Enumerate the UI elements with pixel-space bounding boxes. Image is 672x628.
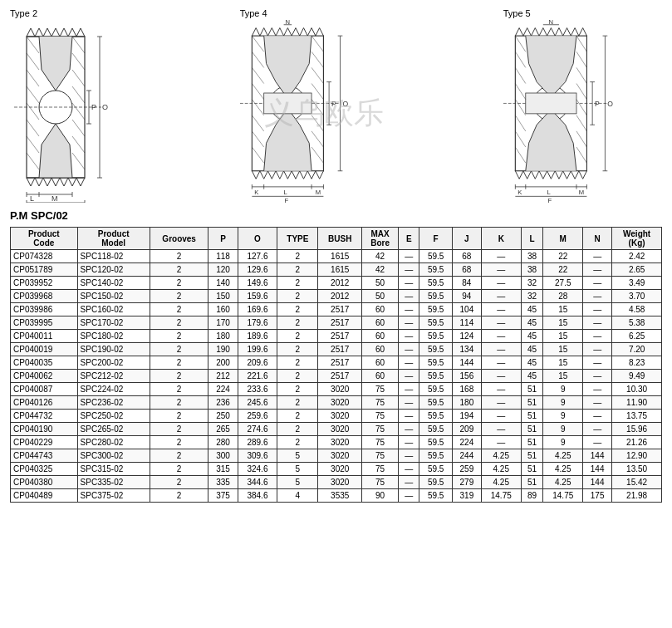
table-row: CP040325SPC315-022315324.65302075—59.525… — [11, 463, 662, 476]
table-cell: 15 — [543, 303, 583, 316]
svg-rect-43 — [263, 93, 311, 114]
svg-line-11 — [27, 153, 39, 169]
table-cell: 15 — [543, 356, 583, 370]
type5-label: Type 5 — [503, 8, 531, 18]
table-cell: 2 — [150, 396, 208, 410]
table-cell: 94 — [452, 290, 481, 303]
table-row: CP039995SPC170-022170179.62251760—59.511… — [11, 316, 662, 330]
table-cell: 4.25 — [543, 449, 583, 463]
table-cell: 3535 — [318, 489, 362, 503]
table-cell: 2012 — [318, 290, 362, 303]
table-cell: — — [583, 436, 612, 449]
svg-line-51 — [252, 147, 263, 163]
table-cell: 9 — [543, 383, 583, 396]
table-cell: — — [399, 410, 419, 423]
table-cell: 2 — [150, 370, 208, 383]
svg-line-50 — [252, 131, 263, 147]
svg-text:L: L — [547, 189, 550, 196]
table-cell: SPC236-02 — [77, 396, 150, 410]
table-cell: 15 — [543, 343, 583, 356]
svg-line-92 — [576, 36, 586, 52]
col-header-max-bore: MAXBore — [361, 228, 398, 250]
table-cell: 12.90 — [612, 449, 662, 463]
table-cell: 2 — [277, 277, 318, 290]
table-cell: 2 — [150, 250, 208, 263]
svg-line-15 — [72, 86, 85, 103]
col-header-n: N — [583, 228, 612, 250]
table-cell: 2517 — [318, 303, 362, 316]
table-cell: SPC224-02 — [77, 383, 150, 396]
table-cell: 289.6 — [238, 436, 277, 449]
table-cell: 15 — [543, 330, 583, 343]
svg-line-7 — [27, 86, 39, 103]
table-cell: 159.6 — [238, 290, 277, 303]
diagrams-row: Type 2 — [10, 8, 662, 203]
svg-line-94 — [576, 67, 586, 83]
table-cell: 244 — [452, 449, 481, 463]
svg-text:O: O — [342, 100, 348, 108]
table-cell: 51 — [521, 436, 543, 449]
table-cell: — — [583, 370, 612, 383]
table-cell: 118 — [208, 250, 238, 263]
table-cell: 2 — [150, 463, 208, 476]
svg-text:P: P — [331, 100, 336, 108]
table-cell: 22 — [543, 250, 583, 263]
table-cell: 344.6 — [238, 476, 277, 489]
col-header-m: M — [543, 228, 583, 250]
table-cell: 59.5 — [419, 263, 452, 277]
type5-svg: N P O K L M — [503, 20, 662, 203]
svg-text:L: L — [283, 189, 287, 196]
table-cell: 51 — [521, 463, 543, 476]
table-cell: 9 — [543, 423, 583, 436]
table-cell: 75 — [361, 436, 398, 449]
table-cell: 2 — [277, 410, 318, 423]
table-row: CP044743SPC300-022300309.65302075—59.524… — [11, 449, 662, 463]
col-header-k: K — [481, 228, 521, 250]
table-row: CP040035SPC200-022200209.62251760—59.514… — [11, 356, 662, 370]
table-cell: 2 — [277, 316, 318, 330]
table-cell: CP040087 — [11, 383, 78, 396]
table-cell: SPC200-02 — [77, 356, 150, 370]
table-cell: — — [583, 356, 612, 370]
table-cell: 280 — [208, 436, 238, 449]
table-cell: 75 — [361, 383, 398, 396]
table-cell: 169.6 — [238, 303, 277, 316]
svg-line-93 — [576, 52, 586, 67]
table-cell: CP051789 — [11, 263, 78, 277]
col-header-p: P — [208, 228, 238, 250]
table-cell: CP040325 — [11, 463, 78, 476]
table-cell: 194 — [452, 410, 481, 423]
table-cell: — — [481, 356, 521, 370]
table-cell: 265 — [208, 423, 238, 436]
table-cell: 21.98 — [612, 489, 662, 503]
table-cell: 1615 — [318, 250, 362, 263]
table-cell: 10.30 — [612, 383, 662, 396]
svg-text:N: N — [285, 20, 290, 26]
table-cell: CP044743 — [11, 449, 78, 463]
table-cell: — — [399, 449, 419, 463]
table-cell: 2 — [277, 423, 318, 436]
table-cell: — — [399, 303, 419, 316]
table-cell: 2 — [277, 356, 318, 370]
table-cell: 45 — [521, 316, 543, 330]
svg-line-5 — [27, 53, 39, 70]
table-cell: 2 — [277, 383, 318, 396]
table-cell: — — [399, 463, 419, 476]
table-cell: 68 — [452, 250, 481, 263]
table-cell: 15.96 — [612, 423, 662, 436]
table-cell: — — [481, 330, 521, 343]
table-cell: 59.5 — [419, 356, 452, 370]
table-cell: — — [399, 290, 419, 303]
table-cell: 51 — [521, 423, 543, 436]
diagram-type4: Type 4 — [240, 8, 414, 203]
table-cell: 75 — [361, 449, 398, 463]
table-cell: SPC315-02 — [77, 463, 150, 476]
table-cell: 2517 — [318, 316, 362, 330]
table-cell: 3020 — [318, 423, 362, 436]
table-cell: 2517 — [318, 370, 362, 383]
table-cell: 114 — [452, 316, 481, 330]
table-cell: 2 — [150, 489, 208, 503]
svg-line-87 — [515, 84, 525, 100]
table-cell: SPC140-02 — [77, 277, 150, 290]
table-cell: 59.5 — [419, 383, 452, 396]
